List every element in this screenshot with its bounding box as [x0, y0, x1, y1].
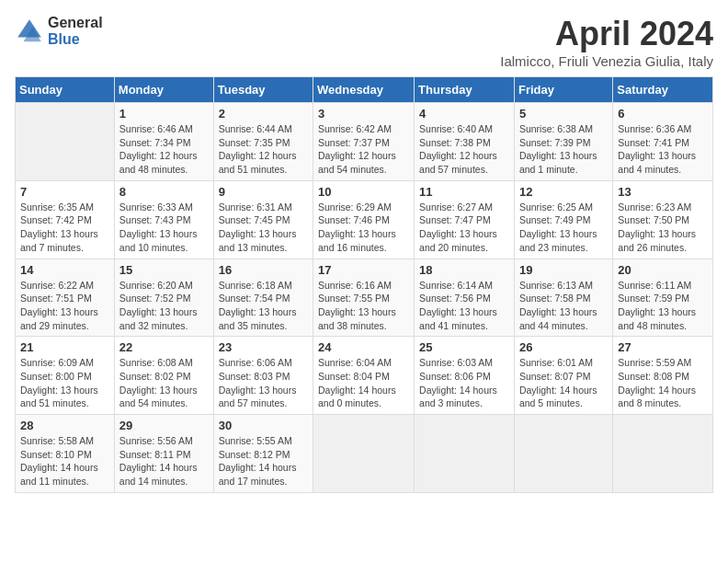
day-info: Sunrise: 6:29 AM Sunset: 7:46 PM Dayligh…	[318, 201, 409, 255]
day-cell: 4Sunrise: 6:40 AM Sunset: 7:38 PM Daylig…	[415, 103, 515, 181]
day-cell: 25Sunrise: 6:03 AM Sunset: 8:06 PM Dayli…	[415, 337, 515, 415]
day-info: Sunrise: 6:27 AM Sunset: 7:47 PM Dayligh…	[419, 201, 509, 255]
day-number: 18	[419, 263, 509, 277]
calendar-title: April 2024	[500, 15, 713, 53]
day-cell	[415, 415, 515, 493]
day-info: Sunrise: 6:38 AM Sunset: 7:39 PM Dayligh…	[519, 122, 608, 177]
day-cell: 23Sunrise: 6:06 AM Sunset: 8:03 PM Dayli…	[213, 337, 313, 415]
day-number: 19	[519, 263, 608, 277]
day-info: Sunrise: 6:11 AM Sunset: 7:59 PM Dayligh…	[618, 279, 708, 333]
day-cell: 12Sunrise: 6:25 AM Sunset: 7:49 PM Dayli…	[514, 180, 612, 259]
col-header-monday: Monday	[114, 77, 213, 103]
day-number: 26	[519, 340, 608, 354]
day-cell: 2Sunrise: 6:44 AM Sunset: 7:35 PM Daylig…	[213, 103, 313, 181]
day-info: Sunrise: 6:44 AM Sunset: 7:35 PM Dayligh…	[219, 122, 308, 177]
day-cell: 9Sunrise: 6:31 AM Sunset: 7:45 PM Daylig…	[213, 180, 313, 259]
col-header-tuesday: Tuesday	[213, 77, 313, 103]
day-info: Sunrise: 6:18 AM Sunset: 7:54 PM Dayligh…	[219, 279, 308, 333]
day-info: Sunrise: 6:22 AM Sunset: 7:51 PM Dayligh…	[20, 279, 109, 333]
day-info: Sunrise: 6:20 AM Sunset: 7:52 PM Dayligh…	[119, 279, 209, 333]
col-header-friday: Friday	[514, 77, 612, 103]
day-cell	[16, 103, 115, 181]
logo: General Blue	[15, 15, 103, 47]
day-number: 27	[618, 340, 708, 354]
day-number: 21	[20, 340, 109, 354]
day-number: 22	[119, 340, 209, 354]
day-cell	[514, 415, 612, 493]
day-number: 20	[618, 263, 708, 277]
day-info: Sunrise: 6:46 AM Sunset: 7:34 PM Dayligh…	[119, 122, 209, 177]
day-info: Sunrise: 6:40 AM Sunset: 7:38 PM Dayligh…	[419, 122, 509, 177]
header: General Blue April 2024 Ialmicco, Friuli…	[15, 15, 713, 69]
day-cell: 5Sunrise: 6:38 AM Sunset: 7:39 PM Daylig…	[514, 103, 612, 181]
day-info: Sunrise: 6:09 AM Sunset: 8:00 PM Dayligh…	[20, 356, 109, 410]
day-cell: 16Sunrise: 6:18 AM Sunset: 7:54 PM Dayli…	[213, 259, 313, 337]
day-number: 13	[618, 185, 708, 199]
day-number: 5	[519, 107, 608, 121]
header-row: SundayMondayTuesdayWednesdayThursdayFrid…	[16, 77, 713, 103]
day-number: 6	[618, 107, 708, 121]
calendar-table: SundayMondayTuesdayWednesdayThursdayFrid…	[15, 76, 713, 493]
day-info: Sunrise: 5:56 AM Sunset: 8:11 PM Dayligh…	[119, 434, 209, 488]
day-info: Sunrise: 6:16 AM Sunset: 7:55 PM Dayligh…	[318, 279, 409, 333]
day-cell: 20Sunrise: 6:11 AM Sunset: 7:59 PM Dayli…	[613, 259, 713, 337]
day-number: 28	[20, 419, 109, 432]
calendar-subtitle: Ialmicco, Friuli Venezia Giulia, Italy	[500, 53, 713, 69]
week-row-1: 1Sunrise: 6:46 AM Sunset: 7:34 PM Daylig…	[16, 103, 713, 181]
day-cell: 11Sunrise: 6:27 AM Sunset: 7:47 PM Dayli…	[415, 180, 515, 259]
col-header-sunday: Sunday	[16, 77, 115, 103]
day-info: Sunrise: 6:25 AM Sunset: 7:49 PM Dayligh…	[519, 201, 608, 255]
day-cell: 13Sunrise: 6:23 AM Sunset: 7:50 PM Dayli…	[613, 180, 713, 259]
day-cell: 14Sunrise: 6:22 AM Sunset: 7:51 PM Dayli…	[16, 259, 115, 337]
day-info: Sunrise: 6:42 AM Sunset: 7:37 PM Dayligh…	[318, 122, 409, 177]
day-cell: 3Sunrise: 6:42 AM Sunset: 7:37 PM Daylig…	[313, 103, 415, 181]
day-info: Sunrise: 6:14 AM Sunset: 7:56 PM Dayligh…	[419, 279, 509, 333]
day-cell	[313, 415, 415, 493]
day-cell: 17Sunrise: 6:16 AM Sunset: 7:55 PM Dayli…	[313, 259, 415, 337]
logo-text: General Blue	[48, 15, 103, 47]
day-info: Sunrise: 6:01 AM Sunset: 8:07 PM Dayligh…	[519, 356, 608, 410]
logo-general: General	[48, 15, 103, 31]
day-info: Sunrise: 6:31 AM Sunset: 7:45 PM Dayligh…	[219, 201, 308, 255]
day-info: Sunrise: 6:03 AM Sunset: 8:06 PM Dayligh…	[419, 356, 509, 410]
day-info: Sunrise: 5:58 AM Sunset: 8:10 PM Dayligh…	[20, 434, 109, 488]
day-number: 3	[318, 107, 409, 121]
logo-icon	[15, 17, 44, 46]
col-header-thursday: Thursday	[415, 77, 515, 103]
day-info: Sunrise: 6:35 AM Sunset: 7:42 PM Dayligh…	[20, 201, 109, 255]
day-info: Sunrise: 6:08 AM Sunset: 8:02 PM Dayligh…	[119, 356, 209, 410]
day-cell: 8Sunrise: 6:33 AM Sunset: 7:43 PM Daylig…	[114, 180, 213, 259]
day-number: 23	[219, 340, 308, 354]
day-cell: 24Sunrise: 6:04 AM Sunset: 8:04 PM Dayli…	[313, 337, 415, 415]
day-number: 14	[20, 263, 109, 277]
day-number: 11	[419, 185, 509, 199]
day-number: 1	[119, 107, 209, 121]
day-cell: 27Sunrise: 5:59 AM Sunset: 8:08 PM Dayli…	[613, 337, 713, 415]
day-cell: 26Sunrise: 6:01 AM Sunset: 8:07 PM Dayli…	[514, 337, 612, 415]
day-number: 2	[219, 107, 308, 121]
day-info: Sunrise: 6:06 AM Sunset: 8:03 PM Dayligh…	[219, 356, 308, 410]
day-cell: 28Sunrise: 5:58 AM Sunset: 8:10 PM Dayli…	[16, 415, 115, 493]
day-number: 30	[219, 419, 308, 432]
week-row-5: 28Sunrise: 5:58 AM Sunset: 8:10 PM Dayli…	[16, 415, 713, 493]
day-info: Sunrise: 6:36 AM Sunset: 7:41 PM Dayligh…	[618, 122, 708, 177]
week-row-3: 14Sunrise: 6:22 AM Sunset: 7:51 PM Dayli…	[16, 259, 713, 337]
day-number: 29	[119, 419, 209, 432]
day-number: 10	[318, 185, 409, 199]
day-cell: 6Sunrise: 6:36 AM Sunset: 7:41 PM Daylig…	[613, 103, 713, 181]
day-number: 15	[119, 263, 209, 277]
day-cell: 22Sunrise: 6:08 AM Sunset: 8:02 PM Dayli…	[114, 337, 213, 415]
day-cell: 21Sunrise: 6:09 AM Sunset: 8:00 PM Dayli…	[16, 337, 115, 415]
day-info: Sunrise: 6:23 AM Sunset: 7:50 PM Dayligh…	[618, 201, 708, 255]
day-info: Sunrise: 6:13 AM Sunset: 7:58 PM Dayligh…	[519, 279, 608, 333]
day-number: 24	[318, 340, 409, 354]
day-cell: 15Sunrise: 6:20 AM Sunset: 7:52 PM Dayli…	[114, 259, 213, 337]
day-cell: 29Sunrise: 5:56 AM Sunset: 8:11 PM Dayli…	[114, 415, 213, 493]
day-number: 8	[119, 185, 209, 199]
week-row-2: 7Sunrise: 6:35 AM Sunset: 7:42 PM Daylig…	[16, 180, 713, 259]
day-number: 12	[519, 185, 608, 199]
day-info: Sunrise: 5:59 AM Sunset: 8:08 PM Dayligh…	[618, 356, 708, 410]
day-number: 7	[20, 185, 109, 199]
day-number: 16	[219, 263, 308, 277]
day-cell: 18Sunrise: 6:14 AM Sunset: 7:56 PM Dayli…	[415, 259, 515, 337]
